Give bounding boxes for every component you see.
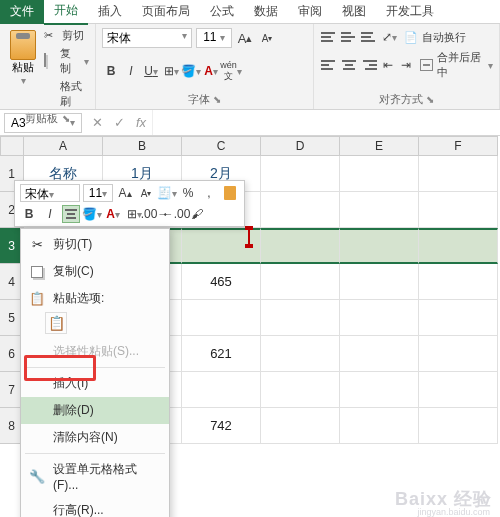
chevron-down-icon: ▾ <box>70 117 75 128</box>
cell-c8[interactable]: 742 <box>182 408 261 444</box>
align-top-icon <box>321 30 337 44</box>
tab-file[interactable]: 文件 <box>0 0 44 24</box>
fx-button[interactable]: fx <box>130 112 152 134</box>
watermark-sub: jingyan.baidu.com <box>417 507 490 517</box>
tab-review[interactable]: 审阅 <box>288 0 332 24</box>
mini-font-select[interactable]: 宋体▾ <box>20 184 80 202</box>
col-header-d[interactable]: D <box>261 136 340 156</box>
insert-cursor-icon <box>245 226 253 248</box>
mini-toolbar: 宋体▾ 11▾ A▴ A▾ 🧾▾ % , B I 🪣▾ A▾ ⊞▾ .00→ ←… <box>14 180 245 227</box>
phonetic-button[interactable]: wén文▾ <box>222 62 240 80</box>
tab-developer[interactable]: 开发工具 <box>376 0 444 24</box>
underline-button[interactable]: U▾ <box>142 62 160 80</box>
ribbon: 粘贴 ▾ ✂剪切 复制▾ 格式刷 剪贴板 ⬊ 宋体 ▾ 11 ▾ A▴ A▾ B… <box>0 24 500 110</box>
increase-indent-button[interactable]: ⇥ <box>398 56 414 74</box>
ctx-row-height[interactable]: 行高(R)... <box>21 497 169 517</box>
mini-format-painter[interactable]: 🖌 <box>188 205 206 223</box>
ctx-delete[interactable]: 删除(D) <box>21 397 169 424</box>
increase-font-button[interactable]: A▴ <box>236 29 254 47</box>
align-right-button[interactable] <box>360 56 378 74</box>
cell-c6[interactable]: 621 <box>182 336 261 372</box>
mini-comma-format[interactable]: , <box>200 184 218 202</box>
merge-center-button[interactable]: 合并后居中▾ <box>420 50 493 80</box>
cancel-formula-button[interactable]: ✕ <box>86 112 108 134</box>
mini-accounting-format[interactable]: 🧾▾ <box>158 184 176 202</box>
align-left-icon <box>321 58 337 72</box>
align-bottom-button[interactable] <box>360 28 378 46</box>
col-header-f[interactable]: F <box>419 136 498 156</box>
mini-align-center[interactable] <box>62 205 80 223</box>
decrease-indent-button[interactable]: ⇤ <box>380 56 396 74</box>
mini-font-color[interactable]: A▾ <box>104 205 122 223</box>
mini-decrease-decimal[interactable]: ←.00 <box>167 205 185 223</box>
tab-view[interactable]: 视图 <box>332 0 376 24</box>
bold-button[interactable]: B <box>102 62 120 80</box>
ctx-cut[interactable]: ✂剪切(T) <box>21 231 169 258</box>
mini-italic[interactable]: I <box>41 205 59 223</box>
ctx-clear[interactable]: 清除内容(N) <box>21 424 169 451</box>
col-header-a[interactable]: A <box>24 136 103 156</box>
scissors-icon: ✂ <box>29 237 45 253</box>
cell-f1[interactable] <box>419 156 498 192</box>
font-color-button[interactable]: A▾ <box>202 62 220 80</box>
cell-c4[interactable]: 465 <box>182 264 261 300</box>
cell-d1[interactable] <box>261 156 340 192</box>
group-alignment-label: 对齐方式 ⬊ <box>320 92 493 107</box>
ribbon-tabs: 文件 开始 插入 页面布局 公式 数据 审阅 视图 开发工具 <box>0 0 500 24</box>
paste-icon: 📋 <box>48 315 65 331</box>
align-left-button[interactable] <box>320 56 338 74</box>
mini-increase-font[interactable]: A▴ <box>116 184 134 202</box>
paste-icon <box>10 30 36 60</box>
align-middle-button[interactable] <box>340 28 358 46</box>
group-clipboard: 粘贴 ▾ ✂剪切 复制▾ 格式刷 剪贴板 ⬊ <box>0 24 96 109</box>
ctx-insert[interactable]: 插入(I) <box>21 370 169 397</box>
ctx-paste-default[interactable]: 📋 <box>45 312 67 334</box>
tab-home[interactable]: 开始 <box>44 0 88 25</box>
tab-layout[interactable]: 页面布局 <box>132 0 200 24</box>
col-header-b[interactable]: B <box>103 136 182 156</box>
name-box[interactable]: A3▾ <box>4 113 82 133</box>
mini-bold[interactable]: B <box>20 205 38 223</box>
copy-button[interactable]: 复制▾ <box>44 46 89 76</box>
mini-paintbrush[interactable] <box>221 184 239 202</box>
context-menu: ✂剪切(T) 复制(C) 📋粘贴选项: 📋 选择性粘贴(S)... 插入(I) … <box>20 228 170 517</box>
font-name-select[interactable]: 宋体 ▾ <box>102 28 192 48</box>
ctx-separator <box>25 453 165 454</box>
italic-button[interactable]: I <box>122 62 140 80</box>
cut-button[interactable]: ✂剪切 <box>44 28 89 43</box>
paste-label: 粘贴 <box>12 60 34 75</box>
mini-size-select[interactable]: 11▾ <box>83 184 113 202</box>
align-center-button[interactable] <box>340 56 358 74</box>
cell-e1[interactable] <box>340 156 419 192</box>
fill-color-button[interactable]: 🪣▾ <box>182 62 200 80</box>
ctx-paste-special: 选择性粘贴(S)... <box>21 338 169 365</box>
align-top-button[interactable] <box>320 28 338 46</box>
paste-dropdown-icon: ▾ <box>21 75 26 86</box>
align-right-icon <box>361 58 377 72</box>
select-all-corner[interactable] <box>0 136 24 156</box>
paste-button[interactable]: 粘贴 ▾ <box>6 28 40 109</box>
tab-formulas[interactable]: 公式 <box>200 0 244 24</box>
wrap-icon: 📄 <box>404 31 418 44</box>
mini-decrease-font[interactable]: A▾ <box>137 184 155 202</box>
orientation-button[interactable]: ⤢▾ <box>380 28 398 46</box>
wrap-text-button[interactable]: 📄自动换行 <box>404 30 466 45</box>
ctx-copy[interactable]: 复制(C) <box>21 258 169 285</box>
mini-fill-color[interactable]: 🪣▾ <box>83 205 101 223</box>
col-header-e[interactable]: E <box>340 136 419 156</box>
decrease-font-button[interactable]: A▾ <box>258 29 276 47</box>
accept-formula-button[interactable]: ✓ <box>108 112 130 134</box>
mini-percent-format[interactable]: % <box>179 184 197 202</box>
tab-insert[interactable]: 插入 <box>88 0 132 24</box>
align-middle-icon <box>341 30 357 44</box>
format-painter-button[interactable]: 格式刷 <box>44 79 89 109</box>
paste-options-icon: 📋 <box>29 291 45 307</box>
ctx-format-cells[interactable]: 🔧设置单元格格式(F)... <box>21 456 169 497</box>
ctx-paste-options-label: 📋粘贴选项: <box>21 285 169 312</box>
group-alignment: ⤢▾ 📄自动换行 ⇤ ⇥ 合并后居中▾ 对齐方式 ⬊ <box>314 24 500 109</box>
column-headers: A B C D E F <box>24 136 500 156</box>
font-size-select[interactable]: 11 ▾ <box>196 28 232 48</box>
border-button[interactable]: ⊞▾ <box>162 62 180 80</box>
tab-data[interactable]: 数据 <box>244 0 288 24</box>
col-header-c[interactable]: C <box>182 136 261 156</box>
